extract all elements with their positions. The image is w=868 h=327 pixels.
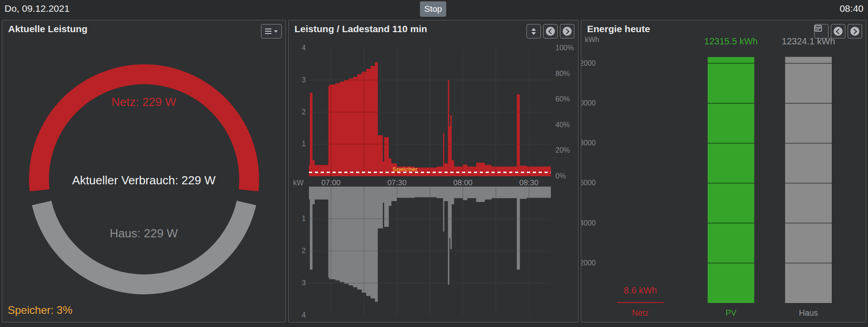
y-axis-tick: 1 — [289, 215, 306, 222]
time-axis-tick: 08:00 — [445, 179, 481, 187]
energy-axis-tick: 2000 — [581, 260, 596, 267]
energy-axis-tick: 12000 — [581, 60, 596, 67]
timeseries-svg — [289, 20, 578, 322]
percent-axis-tick: 40% — [555, 121, 577, 129]
y-axis-tick: 1 — [289, 140, 306, 148]
panel-aktuelle-leistung: Aktuelle Leistung Netz: 229 W Aktueller … — [2, 20, 286, 322]
y-axis-tick: 4 — [289, 44, 306, 52]
percent-axis-tick: 0% — [555, 173, 577, 180]
netz-power-label: Netz: 229 W — [2, 95, 285, 109]
energy-axis-tick: 6000 — [581, 179, 596, 187]
kw-unit-label: kW — [293, 179, 304, 187]
y-axis-tick: 3 — [289, 77, 306, 84]
energy-category-label: Haus — [781, 309, 836, 317]
percent-axis-tick: 60% — [555, 96, 577, 103]
energy-value-label: 12315.5 kWh — [697, 37, 765, 46]
energy-axis-tick: 4000 — [581, 220, 596, 227]
energy-value-label: 12324.1 kWh — [775, 37, 843, 46]
y-axis-tick: 2 — [289, 109, 306, 116]
energy-bar-netz — [617, 302, 664, 303]
power-gauge — [2, 20, 285, 322]
energy-bar-chart: 12000100008000600040002000kWh8.6 kWh1231… — [581, 20, 866, 322]
current-time: 08:40 — [839, 3, 863, 14]
percent-axis-tick: 100% — [555, 44, 577, 52]
time-axis-tick: 07:30 — [379, 179, 415, 187]
current-date: Do, 09.12.2021 — [5, 3, 70, 14]
current-consumption-label: Aktueller Verbrauch: 229 W — [2, 173, 285, 188]
time-axis-tick: 07:00 — [313, 179, 349, 187]
energy-axis-tick: 8000 — [581, 139, 596, 147]
energy-category-label: Netz — [613, 309, 668, 317]
top-bar: Do, 09.12.2021 Stop 08:40 — [0, 0, 868, 20]
speicher-soc-label: Speicher: 3% — [8, 304, 72, 317]
timeseries-chart: 4321100%80%60%40%20%0%123407:0007:3008:0… — [289, 20, 578, 322]
energy-value-label: 8.6 kWh — [607, 286, 675, 295]
kwh-unit-label: kWh — [585, 36, 599, 44]
energy-bar-haus — [785, 57, 832, 303]
stop-button[interactable]: Stop — [420, 1, 446, 17]
haus-power-label: Haus: 229 W — [2, 226, 285, 240]
panel-leistung-ladestand: Leistung / Ladestand 110 min 4321100%80%… — [288, 20, 579, 322]
energy-axis-tick: 10000 — [581, 100, 596, 107]
energy-bar-pv — [708, 57, 754, 303]
speicher-annotation: Speicher — [389, 166, 421, 173]
energy-svg — [581, 20, 866, 322]
time-axis-tick: 08:30 — [511, 179, 547, 187]
y-axis-tick: 3 — [289, 279, 306, 287]
panel-energie-heute: Energie heute 12000100008000600040002000… — [581, 20, 866, 322]
energy-category-label: PV — [704, 309, 758, 317]
y-axis-tick: 4 — [289, 312, 306, 319]
percent-axis-tick: 20% — [555, 147, 577, 154]
y-axis-tick: 2 — [289, 247, 306, 255]
percent-axis-tick: 80% — [555, 70, 577, 77]
